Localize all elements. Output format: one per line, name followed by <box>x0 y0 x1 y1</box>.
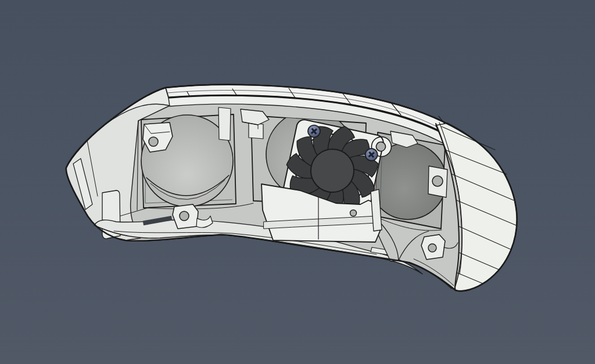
pocket-corner-tab <box>249 123 263 139</box>
support-column <box>218 107 231 140</box>
wedge-hole <box>350 210 357 217</box>
cad-render-canvas[interactable] <box>0 0 595 364</box>
boss-hole-1 <box>149 137 158 146</box>
boss-hole-4 <box>428 244 436 252</box>
boss-hole-2 <box>180 211 189 221</box>
cad-viewport[interactable] <box>0 0 595 364</box>
bracket-hole <box>432 176 443 186</box>
